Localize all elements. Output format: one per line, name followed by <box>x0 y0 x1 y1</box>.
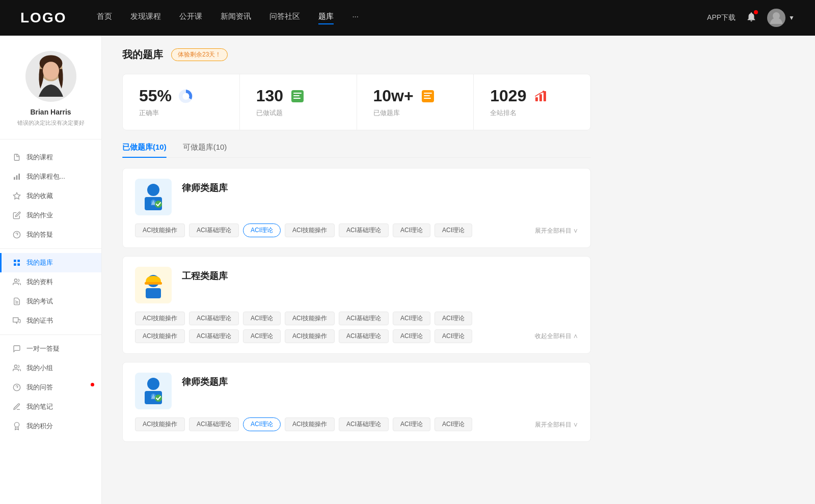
qbank-tags-row-2b: ACI技能操作 ACI基础理论 ACI理论 ACI技能操作 ACI基础理论 AC… <box>135 329 578 343</box>
notification-dot <box>754 10 758 14</box>
qbank-tags-row-2a: ACI技能操作 ACI基础理论 ACI理论 ACI技能操作 ACI基础理论 AC… <box>135 312 578 325</box>
tag-3-5[interactable]: ACI理论 <box>393 417 430 431</box>
sidebar-item-homework[interactable]: 我的作业 <box>0 206 101 225</box>
tags-container-2b: ACI技能操作 ACI基础理论 ACI理论 ACI技能操作 ACI基础理论 AC… <box>135 329 472 343</box>
tag-3-4[interactable]: ACI基础理论 <box>339 417 389 431</box>
nav-qbank[interactable]: 题库 <box>318 12 334 24</box>
site-rank-label: 全站排名 <box>490 108 574 118</box>
tag-2a-6[interactable]: ACI理论 <box>434 312 472 325</box>
sidebar-item-myqa[interactable]: 我的答疑 <box>0 225 101 244</box>
tab-done-banks[interactable]: 已做题库(10) <box>122 143 167 157</box>
sidebar-item-myexam[interactable]: 我的考试 <box>0 292 101 311</box>
sidebar-item-myquestions[interactable]: 我的问答 <box>0 378 101 397</box>
sidebar-item-mycert[interactable]: 我的证书 <box>0 311 101 330</box>
sidebar-item-mydata[interactable]: 我的资料 <box>0 272 101 292</box>
sidebar-item-favorites[interactable]: 我的收藏 <box>0 186 101 206</box>
tag-2b-2[interactable]: ACI理论 <box>243 329 281 343</box>
tag-2a-2[interactable]: ACI理论 <box>243 312 281 325</box>
tag-2a-3[interactable]: ACI技能操作 <box>285 312 335 325</box>
tag-1-2[interactable]: ACI理论 <box>243 223 281 237</box>
stat-site-rank: 1029 全站排名 <box>474 74 590 130</box>
tag-1-5[interactable]: ACI理论 <box>393 223 430 237</box>
svg-rect-13 <box>14 263 16 266</box>
tag-2b-5[interactable]: ACI理论 <box>393 329 430 343</box>
svg-rect-31 <box>424 95 430 96</box>
profile-motto: 错误的决定比没有决定要好 <box>17 119 85 127</box>
nav-discover[interactable]: 发现课程 <box>130 12 161 24</box>
tag-2a-0[interactable]: ACI技能操作 <box>135 312 185 325</box>
profile-avatar <box>25 51 76 102</box>
tag-1-4[interactable]: ACI基础理论 <box>339 223 389 237</box>
qbank-tags-row-3: ACI技能操作 ACI基础理论 ACI理论 ACI技能操作 ACI基础理论 AC… <box>135 417 578 431</box>
tag-2a-5[interactable]: ACI理论 <box>393 312 430 325</box>
stat-done-questions: 130 已做试题 <box>240 74 357 130</box>
sidebar-item-qbank[interactable]: 我的题库 <box>0 253 101 272</box>
sidebar-item-mypoints[interactable]: 我的积分 <box>0 416 101 436</box>
tag-3-6[interactable]: ACI理论 <box>434 417 472 431</box>
tag-2b-3[interactable]: ACI技能操作 <box>285 329 335 343</box>
tag-1-1[interactable]: ACI基础理论 <box>189 223 239 237</box>
sidebar-item-coursepackage[interactable]: 我的课程包... <box>0 167 101 186</box>
svg-rect-28 <box>293 98 301 99</box>
expand-link-3[interactable]: 展开全部科目 ∨ <box>535 421 578 431</box>
sidebar-label-myquestions: 我的问答 <box>26 383 53 392</box>
tag-2b-6[interactable]: ACI理论 <box>434 329 472 343</box>
stat-top-2: 130 <box>256 87 340 105</box>
tab-available-banks[interactable]: 可做题库(10) <box>183 143 227 157</box>
qbank-icon-lawyer-3 <box>135 373 172 409</box>
stat-top: 55% <box>139 87 223 105</box>
sidebar-item-mygroup[interactable]: 我的小组 <box>0 358 101 378</box>
nav-opencourse[interactable]: 公开课 <box>179 12 202 24</box>
sidebar-item-oneonone[interactable]: 一对一答疑 <box>0 339 101 358</box>
sidebar-label-mycourse: 我的课程 <box>26 153 53 162</box>
user-avatar-area[interactable]: ▼ <box>767 9 795 27</box>
qbank-title-3: 律师类题库 <box>182 373 228 388</box>
notification-bell[interactable] <box>746 11 757 24</box>
trial-badge: 体验剩余23天！ <box>171 48 228 61</box>
svg-point-19 <box>14 365 17 368</box>
svg-point-24 <box>182 93 189 99</box>
svg-point-37 <box>147 184 159 196</box>
tag-2b-0[interactable]: ACI技能操作 <box>135 329 185 343</box>
done-banks-label: 已做题库 <box>373 108 457 118</box>
nav-qa[interactable]: 问答社区 <box>269 12 300 24</box>
people-icon <box>12 277 21 287</box>
app-download-link[interactable]: APP下载 <box>707 13 736 22</box>
accuracy-label: 正确率 <box>139 108 223 118</box>
tag-3-3[interactable]: ACI技能操作 <box>285 417 335 431</box>
tag-3-0[interactable]: ACI技能操作 <box>135 417 185 431</box>
tag-2a-1[interactable]: ACI基础理论 <box>189 312 239 325</box>
nav-home[interactable]: 首页 <box>97 12 112 24</box>
stats-row: 55% 正确率 130 <box>122 74 591 130</box>
tag-3-1[interactable]: ACI基础理论 <box>189 417 239 431</box>
tag-1-3[interactable]: ACI技能操作 <box>285 223 335 237</box>
sidebar-label-coursepackage: 我的课程包... <box>26 172 65 181</box>
tag-2b-1[interactable]: ACI基础理论 <box>189 329 239 343</box>
collapse-link-2[interactable]: 收起全部科目 ∧ <box>535 332 578 341</box>
nav-news[interactable]: 新闻资讯 <box>221 12 251 24</box>
expand-link-1[interactable]: 展开全部科目 ∨ <box>535 227 578 237</box>
nav-more[interactable]: ··· <box>352 12 359 24</box>
note-orange-icon <box>420 88 436 104</box>
tag-1-6[interactable]: ACI理论 <box>434 223 472 237</box>
tag-2a-4[interactable]: ACI基础理论 <box>339 312 389 325</box>
sidebar-label-mydata: 我的资料 <box>26 277 53 287</box>
svg-rect-14 <box>17 263 20 266</box>
qbank-icon-engineer <box>135 267 172 303</box>
page-wrapper: Brian Harris 错误的决定比没有决定要好 我的课程 我的课程包... <box>0 36 815 504</box>
divider-2 <box>0 334 101 335</box>
page-title: 我的题库 <box>122 48 163 62</box>
tag-2b-4[interactable]: ACI基础理论 <box>339 329 389 343</box>
sidebar-label-mycert: 我的证书 <box>26 316 53 325</box>
tag-1-0[interactable]: ACI技能操作 <box>135 223 185 237</box>
sidebar-menu: 我的课程 我的课程包... 我的收藏 我的作业 <box>0 139 101 444</box>
tag-3-2[interactable]: ACI理论 <box>243 417 281 431</box>
done-questions-value: 130 <box>256 87 283 105</box>
sidebar-item-mycourse[interactable]: 我的课程 <box>0 148 101 167</box>
svg-point-44 <box>147 378 159 390</box>
sidebar-label-myqa: 我的答疑 <box>26 230 53 239</box>
note-icon <box>12 402 21 411</box>
sidebar-item-mynotes[interactable]: 我的笔记 <box>0 397 101 416</box>
sidebar-label-favorites: 我的收藏 <box>26 191 53 201</box>
qbank-header-1: 律师类题库 <box>135 179 578 215</box>
